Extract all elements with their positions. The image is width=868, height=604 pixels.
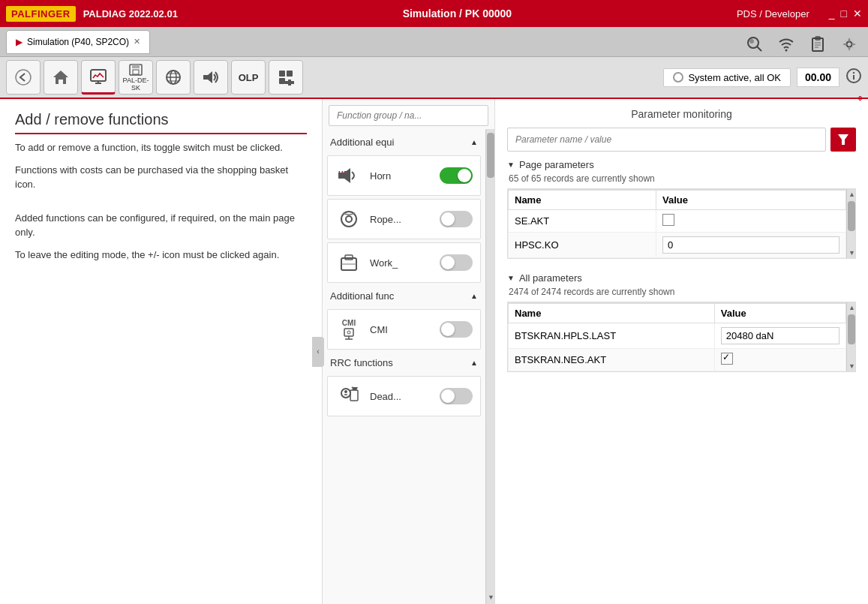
param-name-btskran-hpls: BTSKRAN.HPLS.LAST bbox=[509, 323, 715, 349]
top-icons bbox=[742, 32, 862, 57]
page-scroll-up[interactable]: ▲ bbox=[847, 189, 855, 200]
rope-toggle[interactable] bbox=[440, 211, 473, 227]
all-params-table: Name Value BTSKRAN.HPLS.LAST 20480 daN bbox=[508, 302, 846, 371]
hpscko-value[interactable]: 0 bbox=[662, 236, 839, 254]
param-monitoring-title: Parameter monitoring bbox=[507, 108, 856, 120]
all-scroll-up[interactable]: ▲ bbox=[847, 302, 855, 313]
wifi-icon[interactable] bbox=[773, 32, 799, 57]
close-btn[interactable]: ✕ bbox=[853, 8, 862, 20]
svg-marker-11 bbox=[53, 71, 68, 84]
simulation-tab[interactable]: ▶ Simulation (P40, SP2CO) ✕ bbox=[6, 30, 150, 54]
mid-scroll-thumb[interactable] bbox=[487, 133, 494, 178]
function-search-input[interactable] bbox=[329, 105, 488, 126]
global-button[interactable] bbox=[156, 60, 191, 95]
mid-scrollbar[interactable]: ▲ ▼ bbox=[485, 129, 494, 604]
param-value-hpscko: 0 bbox=[656, 233, 845, 258]
svg-rect-25 bbox=[279, 78, 285, 84]
param-search-input[interactable] bbox=[507, 128, 826, 152]
dead-fn-name: Dead... bbox=[370, 391, 432, 402]
save-button[interactable]: PAL-DE-SK bbox=[119, 60, 153, 95]
horn-button[interactable] bbox=[194, 60, 228, 95]
titlebar-user: PDS / Developer bbox=[737, 8, 809, 20]
mid-scroll-down[interactable]: ▼ bbox=[486, 592, 494, 602]
all-scroll-down[interactable]: ▼ bbox=[847, 361, 855, 371]
all-params-col-name: Name bbox=[509, 303, 715, 323]
desc-exit: To leave the editing mode, the +/- icon … bbox=[15, 248, 307, 263]
all-params-col-value: Value bbox=[714, 303, 845, 323]
work-fn-icon bbox=[335, 249, 362, 276]
page-params-scrollbar[interactable]: ▲ ▼ bbox=[846, 189, 855, 258]
page-title: Add / remove functions bbox=[15, 111, 307, 134]
rrc-functions-section[interactable]: RRC functions ▲ bbox=[324, 353, 484, 373]
info-button[interactable]: 0 bbox=[845, 68, 862, 88]
window-controls[interactable]: _ □ ✕ bbox=[829, 8, 862, 20]
add-remove-button[interactable] bbox=[269, 60, 303, 95]
seakt-checkbox[interactable] bbox=[662, 214, 674, 226]
btskran-neg-checkbox[interactable] bbox=[721, 353, 733, 365]
svg-point-42 bbox=[344, 390, 347, 393]
table-row: BTSKRAN.HPLS.LAST 20480 daN bbox=[509, 323, 846, 349]
all-scroll-thumb[interactable] bbox=[848, 314, 855, 344]
monitor-button[interactable] bbox=[81, 60, 116, 95]
page-params-label: Page parameters bbox=[519, 159, 594, 170]
tab-label: Simulation (P40, SP2CO) bbox=[27, 37, 129, 47]
additional-equip-label: Additional equi bbox=[330, 137, 394, 148]
horn-function-item: H6 Horn bbox=[327, 155, 481, 196]
btskran-hpls-value[interactable]: 20480 daN bbox=[721, 327, 839, 344]
back-button[interactable] bbox=[6, 60, 41, 95]
page-params-col-name: Name bbox=[509, 190, 656, 210]
tab-play-icon: ▶ bbox=[16, 37, 23, 47]
all-params-label: All parameters bbox=[519, 272, 582, 284]
page-scroll-thumb[interactable] bbox=[848, 201, 855, 231]
svg-rect-44 bbox=[350, 390, 358, 401]
toolbar: PAL-DE-SK OLP System active, all OK 00.0… bbox=[0, 57, 868, 99]
minimize-btn[interactable]: _ bbox=[829, 8, 835, 20]
olp-button[interactable]: OLP bbox=[231, 60, 266, 95]
filter-button[interactable] bbox=[830, 128, 856, 152]
right-panel: Parameter monitoring ▼ Page parameters 6… bbox=[495, 99, 868, 604]
all-params-section: ▼ All parameters 2474 of 2474 records ar… bbox=[507, 272, 856, 372]
page-scroll-down[interactable]: ▼ bbox=[847, 248, 855, 258]
left-panel: Add / remove functions To add or remove … bbox=[0, 99, 323, 604]
dead-toggle-knob bbox=[441, 389, 455, 403]
desc-cost: Functions with costs can be purchased vi… bbox=[15, 163, 307, 192]
tab-close-btn[interactable]: ✕ bbox=[134, 37, 140, 47]
additional-func-section[interactable]: Additional func ▲ bbox=[324, 286, 484, 306]
all-params-scrollbar[interactable]: ▲ ▼ bbox=[846, 302, 855, 371]
svg-rect-17 bbox=[133, 70, 139, 74]
page-params-table-wrap: Name Value SE.AKT HPSC.KO bbox=[507, 188, 856, 259]
work-function-item: Work_ bbox=[327, 242, 481, 283]
svg-point-33 bbox=[346, 216, 352, 222]
gear-icon[interactable] bbox=[836, 32, 862, 57]
all-params-header[interactable]: ▼ All parameters bbox=[507, 272, 856, 284]
svg-rect-37 bbox=[344, 329, 353, 336]
dead-toggle[interactable] bbox=[440, 388, 473, 404]
param-value-btskran-neg bbox=[714, 349, 845, 371]
clipboard-icon[interactable] bbox=[805, 32, 830, 57]
horn-toggle[interactable] bbox=[440, 167, 473, 184]
section-arrow-2: ▲ bbox=[470, 359, 478, 367]
maximize-btn[interactable]: □ bbox=[841, 8, 847, 20]
table-row: SE.AKT bbox=[509, 210, 846, 233]
collapse-panel-button[interactable]: ‹ bbox=[312, 337, 324, 367]
param-name-hpscko: HPSC.KO bbox=[509, 233, 656, 258]
logo: PALFINGER bbox=[6, 6, 76, 22]
work-toggle[interactable] bbox=[440, 254, 473, 271]
work-toggle-knob bbox=[441, 256, 455, 269]
search-users-icon[interactable] bbox=[742, 32, 767, 57]
cmi-toggle[interactable] bbox=[440, 321, 473, 338]
home-button[interactable] bbox=[44, 60, 78, 95]
horn-toggle-knob bbox=[458, 169, 471, 182]
app-title: PALDIAG 2022.02.01 bbox=[83, 8, 178, 20]
page-params-col-value: Value bbox=[656, 190, 845, 210]
section-arrow-1: ▲ bbox=[470, 292, 478, 300]
rope-toggle-knob bbox=[441, 212, 455, 226]
rrc-functions-label: RRC functions bbox=[330, 357, 393, 368]
rope-fn-icon bbox=[335, 206, 362, 233]
page-params-arrow: ▼ bbox=[507, 161, 515, 169]
svg-point-40 bbox=[347, 331, 350, 334]
page-params-header[interactable]: ▼ Page parameters bbox=[507, 159, 856, 170]
svg-rect-16 bbox=[132, 65, 140, 68]
page-params-section: ▼ Page parameters 65 of 65 records are c… bbox=[507, 159, 856, 259]
additional-equip-section[interactable]: Additional equi ▲ bbox=[324, 132, 484, 152]
